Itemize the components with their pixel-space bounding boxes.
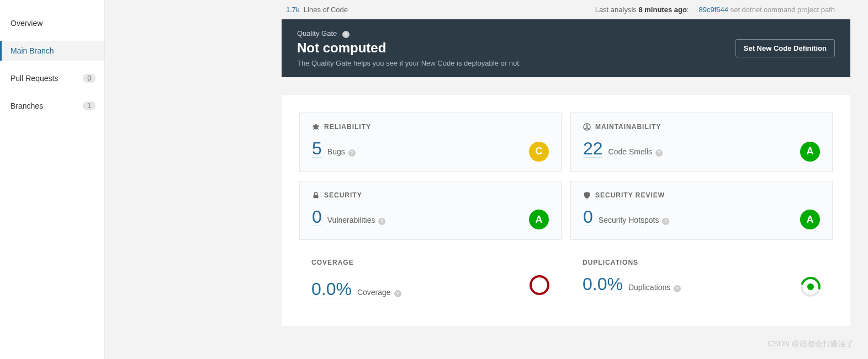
- quality-gate-panel: Quality Gate ? Not computed The Quality …: [282, 19, 850, 77]
- metric-value[interactable]: 0.0%: [583, 275, 623, 293]
- rating-badge: C: [529, 142, 549, 162]
- metric-left: 0.0% Duplications ?: [583, 275, 681, 293]
- metric-label: Bugs ?: [327, 147, 356, 157]
- shield-icon: [583, 191, 591, 199]
- sidebar-item-label: Pull Requests: [10, 74, 58, 83]
- card-maintainability: MAINTAINABILITY 22 Code Smells ? A: [570, 112, 833, 172]
- rating-badge: A: [529, 210, 549, 229]
- metric-value[interactable]: 22: [583, 140, 603, 158]
- metric-left: 0.0% Coverage ?: [311, 280, 401, 298]
- help-icon[interactable]: ?: [662, 218, 669, 225]
- set-new-code-button[interactable]: Set New Code Definition: [735, 39, 835, 57]
- card-reliability: RELIABILITY 5 Bugs ? C: [299, 112, 562, 172]
- last-analysis-suffix: :: [687, 6, 689, 14]
- commit-hash-link[interactable]: 89c9f644: [699, 6, 729, 14]
- card-header: RELIABILITY: [312, 123, 549, 131]
- card-header: MAINTAINABILITY: [583, 123, 820, 131]
- card-title: MAINTAINABILITY: [595, 123, 661, 131]
- help-icon[interactable]: ?: [342, 31, 350, 38]
- metric-row: 0 Security Hotspots ? A: [583, 208, 820, 230]
- watermark: CSDN @娃都会打酱油了: [768, 339, 854, 349]
- card-coverage: COVERAGE 0.0% Coverage ?: [299, 249, 562, 308]
- metric-label: Code Smells ?: [608, 147, 663, 157]
- metric-left: 22 Code Smells ?: [583, 140, 663, 158]
- metrics-grid: RELIABILITY 5 Bugs ? C: [299, 112, 833, 308]
- lock-icon: [312, 191, 320, 199]
- help-icon[interactable]: ?: [378, 218, 385, 225]
- quality-gate-status: Not computed: [297, 40, 521, 56]
- metric-label: Coverage ?: [357, 288, 401, 297]
- card-security-review: SECURITY REVIEW 0 Security Hotspots ? A: [570, 181, 833, 240]
- quality-gate-title: Quality Gate ?: [297, 29, 521, 38]
- top-bar: 1.7k Lines of Code Last analysis 8 minut…: [271, 0, 850, 19]
- metric-label-text: Coverage: [357, 288, 391, 297]
- rating-badge: A: [800, 210, 820, 229]
- metric-label: Vulnerabilities ?: [327, 216, 386, 225]
- metric-row: 0.0% Duplications ?: [583, 275, 821, 297]
- card-header: SECURITY: [312, 191, 549, 199]
- sidebar-item-label: Branches: [10, 101, 43, 110]
- metric-row: 22 Code Smells ? A: [583, 140, 820, 162]
- card-header: COVERAGE: [311, 259, 549, 266]
- metric-label-text: Duplications: [628, 283, 670, 292]
- qg-title-text: Quality Gate: [297, 29, 337, 37]
- loc-label: Lines of Code: [304, 6, 348, 14]
- main-content: 1.7k Lines of Code Last analysis 8 minut…: [105, 0, 868, 359]
- commit-message: set dotnet command project path: [731, 6, 835, 14]
- help-icon[interactable]: ?: [655, 149, 663, 157]
- card-header: DUPLICATIONS: [583, 259, 821, 266]
- metric-row: 0 Vulnerabilities ? A: [312, 208, 549, 230]
- coverage-ring-icon: [530, 275, 549, 295]
- sidebar-item-pull-requests[interactable]: Pull Requests 0: [0, 68, 104, 88]
- metric-row: 5 Bugs ? C: [312, 140, 549, 162]
- bug-icon: [312, 123, 320, 131]
- metric-left: 5 Bugs ?: [312, 140, 356, 158]
- sidebar-item-label: Overview: [10, 19, 43, 28]
- metric-label: Security Hotspots ?: [599, 216, 670, 225]
- help-icon[interactable]: ?: [394, 290, 401, 297]
- rating-badge: A: [800, 142, 820, 162]
- quality-gate-description: The Quality Gate helps you see if your N…: [297, 59, 521, 67]
- count-badge: 0: [83, 74, 96, 83]
- sidebar-item-branches[interactable]: Branches 1: [0, 96, 104, 116]
- sidebar-item-main-branch[interactable]: Main Branch: [0, 41, 104, 61]
- metric-label-text: Code Smells: [608, 147, 652, 156]
- card-security: SECURITY 0 Vulnerabilities ? A: [299, 181, 562, 240]
- metric-left: 0 Security Hotspots ?: [583, 208, 669, 226]
- card-title: SECURITY REVIEW: [595, 191, 665, 199]
- analysis-info: Last analysis 8 minutes ago: 89c9f644 se…: [595, 6, 835, 14]
- card-title: COVERAGE: [311, 259, 354, 266]
- metrics-panel: RELIABILITY 5 Bugs ? C: [282, 95, 850, 326]
- help-icon[interactable]: ?: [674, 285, 681, 292]
- metric-value[interactable]: 0.0%: [311, 280, 352, 298]
- metric-label-text: Security Hotspots: [599, 216, 659, 224]
- card-title: DUPLICATIONS: [583, 259, 638, 266]
- loc-link[interactable]: 1.7k: [286, 6, 300, 14]
- count-badge: 1: [83, 101, 96, 110]
- metric-label-text: Vulnerabilities: [327, 216, 375, 224]
- sidebar-item-overview[interactable]: Overview: [0, 13, 104, 33]
- card-title: SECURITY: [324, 191, 362, 199]
- svg-rect-3: [314, 195, 319, 198]
- quality-gate-text: Quality Gate ? Not computed The Quality …: [297, 29, 521, 67]
- help-icon[interactable]: ?: [348, 149, 356, 157]
- metric-left: 0 Vulnerabilities ?: [312, 208, 385, 226]
- svg-point-2: [586, 126, 588, 128]
- last-analysis-time: 8 minutes ago: [638, 6, 686, 14]
- last-analysis-prefix: Last analysis: [595, 6, 639, 14]
- card-title: RELIABILITY: [324, 123, 371, 131]
- loc-info: 1.7k Lines of Code: [286, 6, 348, 14]
- metric-row: 0.0% Coverage ?: [311, 275, 549, 298]
- radiation-icon: [583, 123, 591, 131]
- metric-value[interactable]: 0: [583, 208, 593, 226]
- sidebar: Overview Main Branch Pull Requests 0 Bra…: [0, 0, 105, 359]
- duplication-ring-icon: [801, 277, 821, 297]
- metric-label-text: Bugs: [327, 147, 345, 156]
- card-duplications: DUPLICATIONS 0.0% Duplications ?: [570, 249, 833, 308]
- metric-value[interactable]: 0: [312, 208, 322, 226]
- metric-label: Duplications ?: [628, 283, 681, 292]
- sidebar-item-label: Main Branch: [10, 46, 54, 55]
- card-header: SECURITY REVIEW: [583, 191, 820, 199]
- metric-value[interactable]: 5: [312, 140, 322, 158]
